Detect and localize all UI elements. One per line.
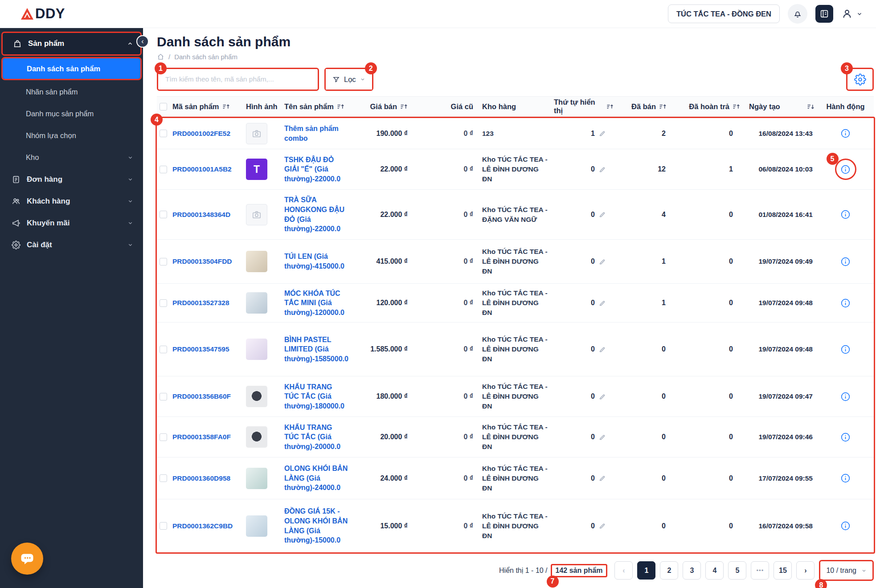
sidebar-item-product-list[interactable]: Danh sách sản phẩm: [1, 57, 142, 80]
edit-pencil-icon[interactable]: [599, 393, 606, 400]
edit-pencil-icon[interactable]: [599, 300, 606, 306]
product-code-link[interactable]: PRD0001358FA0F: [172, 433, 231, 441]
notifications-button[interactable]: [788, 4, 807, 24]
edit-pencil-icon[interactable]: [599, 434, 606, 441]
row-info-button[interactable]: [839, 431, 851, 443]
chat-support-button[interactable]: [11, 543, 43, 575]
edit-pencil-icon[interactable]: [599, 211, 606, 218]
product-code-link[interactable]: PRD00013527328: [172, 299, 229, 306]
header-display-order[interactable]: Thứ tự hiển thị: [551, 98, 616, 115]
product-image-placeholder[interactable]: [246, 204, 267, 225]
product-image[interactable]: [246, 515, 267, 537]
warehouse-cell: Kho TÚC TẮC TEA - LÊ ĐÌNH DƯƠNG ĐN: [479, 507, 551, 545]
row-checkbox[interactable]: [160, 474, 167, 482]
row-info-button[interactable]: [839, 256, 851, 268]
sidebar-item-customers[interactable]: Khách hàng: [0, 190, 143, 212]
search-input[interactable]: [158, 69, 318, 90]
product-name-link[interactable]: BÌNH PASTEL LIMITED (Giá thường)-1585000…: [284, 335, 348, 364]
product-name-link[interactable]: Thêm sản phẩm combo: [284, 124, 348, 143]
table-settings-gear-icon[interactable]: [854, 74, 866, 86]
sidebar-item-orders[interactable]: Đơn hàng: [0, 168, 143, 190]
product-name-link[interactable]: TSHK ĐẬU ĐỎ GIẢI "Ế" (Giá thường)-22000.…: [284, 155, 348, 184]
product-image[interactable]: [246, 426, 267, 448]
product-image[interactable]: [246, 292, 267, 314]
sidebar-item-promotions[interactable]: Khuyến mãi: [0, 212, 143, 234]
row-info-button[interactable]: [839, 343, 851, 355]
product-name-link[interactable]: TRÀ SỮA HONGKONG ĐẬU ĐỎ (Giá thường)-220…: [284, 195, 348, 233]
edit-pencil-icon[interactable]: [599, 475, 606, 482]
header-product-code[interactable]: Mã sản phẩm: [170, 102, 243, 111]
product-image-placeholder[interactable]: [246, 123, 267, 144]
product-name-link[interactable]: KHẨU TRANG TÚC TẮC (Giá thường)-20000.0: [284, 423, 348, 452]
header-price[interactable]: Giá bán: [351, 102, 414, 111]
pagination-ellipsis[interactable]: •••: [751, 561, 769, 580]
product-name-link[interactable]: ĐỒNG GIÁ 15K - OLONG KHÓI BẢN LÀNG (Giá …: [284, 506, 348, 545]
row-checkbox[interactable]: [160, 299, 167, 307]
page-size-select[interactable]: 10 / trang: [826, 567, 856, 575]
sidebar-item-option-groups[interactable]: Nhóm lựa chọn: [0, 125, 143, 147]
header-returned[interactable]: Đã hoàn trả: [673, 102, 746, 111]
row-checkbox[interactable]: [160, 130, 167, 137]
page-button-15[interactable]: 15: [774, 561, 792, 580]
sidebar-item-settings[interactable]: Cài đặt: [0, 234, 143, 256]
row-checkbox[interactable]: [160, 346, 167, 353]
filter-button[interactable]: Lọc: [326, 69, 372, 90]
row-info-button[interactable]: [839, 208, 851, 220]
sidebar-item-product-labels[interactable]: Nhãn sản phẩm: [0, 81, 143, 103]
product-image[interactable]: [246, 468, 267, 489]
product-name-link[interactable]: TÚI LEN (Giá thường)-415000.0: [284, 252, 348, 271]
product-code-link[interactable]: PRD00013547595: [172, 345, 229, 353]
header-created-date[interactable]: Ngày tạo: [746, 102, 817, 111]
product-code-link[interactable]: PRD0001002FE52: [172, 130, 230, 137]
edit-pencil-icon[interactable]: [599, 166, 606, 173]
row-checkbox[interactable]: [160, 211, 167, 218]
sidebar-item-products[interactable]: Sản phẩm: [1, 32, 142, 56]
page-button-3[interactable]: 3: [683, 561, 701, 580]
header-product-name[interactable]: Tên sản phẩm: [282, 102, 351, 111]
returned-cell: 0: [673, 518, 746, 535]
product-image[interactable]: T: [246, 159, 267, 180]
edit-pencil-icon[interactable]: [599, 346, 606, 353]
apps-board-button[interactable]: [815, 5, 833, 23]
sidebar-item-product-categories[interactable]: Danh mục sản phẩm: [0, 103, 143, 125]
row-info-button[interactable]: [839, 520, 851, 532]
page-button-2[interactable]: 2: [660, 561, 678, 580]
edit-pencil-icon[interactable]: [599, 523, 606, 529]
row-checkbox[interactable]: [160, 166, 167, 173]
edit-pencil-icon[interactable]: [599, 130, 606, 137]
product-code-link[interactable]: PRD0001348364D: [172, 211, 230, 218]
prev-page-button[interactable]: ‹: [614, 561, 633, 580]
product-code-link[interactable]: PRD00013504FDD: [172, 257, 232, 265]
row-info-button[interactable]: [839, 391, 851, 403]
product-image[interactable]: [246, 386, 267, 407]
product-name-link[interactable]: KHẨU TRANG TÚC TẮC (Giá thường)-180000.0: [284, 382, 348, 411]
product-code-link[interactable]: PRD0001362C9BD: [172, 522, 233, 530]
row-checkbox[interactable]: [160, 433, 167, 441]
sidebar-item-warehouse[interactable]: Kho: [0, 147, 143, 168]
product-code-link[interactable]: PRD0001360D958: [172, 474, 230, 482]
edit-pencil-icon[interactable]: [599, 258, 606, 265]
select-all-checkbox[interactable]: [160, 103, 167, 110]
row-info-button[interactable]: [839, 127, 851, 139]
home-icon[interactable]: [157, 53, 164, 61]
store-selector-button[interactable]: TÚC TẮC TEA - ĐỒNG ĐEN: [668, 4, 780, 23]
product-name-link[interactable]: OLONG KHÓI BẢN LÀNG (Giá thường)-24000.0: [284, 464, 348, 493]
next-page-button[interactable]: ›: [796, 561, 815, 580]
page-button-4[interactable]: 4: [705, 561, 724, 580]
product-image[interactable]: [246, 251, 267, 272]
page-button-5[interactable]: 5: [728, 561, 746, 580]
user-menu[interactable]: [841, 8, 863, 20]
product-code-link[interactable]: PRD0001001A5B2: [172, 165, 232, 173]
product-image[interactable]: [246, 339, 267, 360]
row-checkbox[interactable]: [160, 522, 167, 530]
product-code-link[interactable]: PRD0001356B60F: [172, 392, 231, 400]
header-sold[interactable]: Đã bán: [616, 102, 673, 111]
row-checkbox[interactable]: [160, 393, 167, 400]
row-checkbox[interactable]: [160, 258, 167, 265]
product-name-link[interactable]: MÓC KHÓA TÚC TẮC MINI (Giá thường)-12000…: [284, 289, 348, 318]
page-button-1[interactable]: 1: [637, 561, 655, 580]
row-info-button[interactable]: [839, 163, 851, 176]
row-info-button[interactable]: [839, 472, 851, 484]
row-info-button[interactable]: [839, 297, 851, 309]
sidebar-collapse-button[interactable]: ‹: [136, 35, 149, 48]
